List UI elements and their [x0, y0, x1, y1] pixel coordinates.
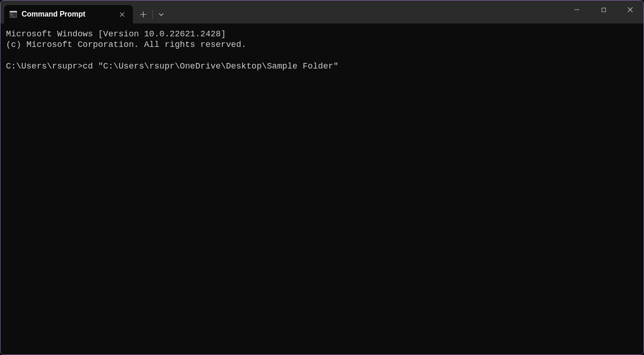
tab-command-prompt[interactable]: >_ Command Prompt [4, 5, 133, 23]
blank-line [6, 51, 638, 61]
tab-content: >_ Command Prompt [10, 10, 86, 18]
terminal-icon: >_ [10, 11, 17, 18]
tabs-area: >_ Command Prompt [4, 0, 170, 23]
prompt: C:\Users\rsupr> [6, 62, 83, 71]
svg-rect-1 [10, 11, 17, 12]
minimize-button[interactable] [564, 0, 590, 19]
window-controls [564, 0, 644, 23]
copyright-line: (c) Microsoft Corporation. All rights re… [6, 40, 638, 50]
svg-rect-8 [602, 8, 605, 11]
command-line: C:\Users\rsupr>cd "C:\Users\rsupr\OneDri… [6, 61, 638, 72]
tab-actions [133, 5, 170, 23]
svg-text:>_: >_ [11, 13, 15, 17]
new-tab-button[interactable] [135, 7, 151, 21]
close-window-button[interactable] [617, 0, 644, 19]
terminal-window: >_ Command Prompt [0, 0, 644, 355]
close-tab-button[interactable] [117, 10, 126, 19]
title-bar: >_ Command Prompt [0, 0, 644, 23]
terminal-output[interactable]: Microsoft Windows [Version 10.0.22621.24… [0, 23, 644, 355]
tab-title: Command Prompt [22, 10, 86, 18]
tab-divider [152, 10, 153, 19]
maximize-button[interactable] [590, 0, 617, 19]
tab-dropdown-button[interactable] [154, 7, 168, 21]
command-text: cd "C:\Users\rsupr\OneDrive\Desktop\Samp… [83, 62, 339, 71]
version-line: Microsoft Windows [Version 10.0.22621.24… [6, 29, 638, 40]
